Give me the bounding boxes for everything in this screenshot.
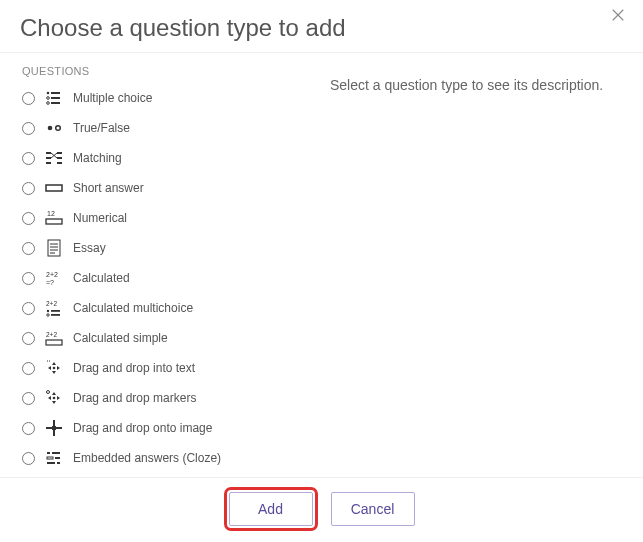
qtype-label: Numerical (73, 211, 302, 225)
qtype-radio-ddmarker[interactable] (22, 392, 35, 405)
qtype-radio-calculatedmulti[interactable] (22, 302, 35, 315)
qtype-label: Embedded answers (Cloze) (73, 451, 302, 465)
qtype-radio-matching[interactable] (22, 152, 35, 165)
svg-rect-5 (51, 97, 60, 99)
qtype-radio-cloze[interactable] (22, 452, 35, 465)
ddwtos-icon (45, 359, 63, 377)
qtype-radio-shortanswer[interactable] (22, 182, 35, 195)
svg-text:=?: =? (46, 279, 54, 286)
qtype-label: Calculated simple (73, 331, 302, 345)
qtype-option-essay[interactable]: Essay (0, 233, 310, 263)
shortanswer-icon (45, 179, 63, 197)
calculatedsimple-icon: 2+2 (45, 329, 63, 347)
qtype-label: Calculated multichoice (73, 301, 302, 315)
svg-point-8 (48, 126, 53, 131)
svg-point-9 (56, 126, 61, 131)
qtype-option-multichoice[interactable]: Multiple choice (0, 83, 310, 113)
qtype-option-calculated[interactable]: 2+2=?Calculated (0, 263, 310, 293)
svg-rect-10 (46, 152, 51, 154)
qtype-option-matching[interactable]: Matching (0, 143, 310, 173)
qtype-radio-ddimageortext[interactable] (22, 422, 35, 435)
svg-rect-32 (51, 314, 60, 316)
qtype-label: Calculated (73, 271, 302, 285)
svg-rect-3 (51, 92, 60, 94)
qtype-option-ddimageortext[interactable]: Drag and drop onto image (0, 413, 310, 443)
close-icon (609, 6, 633, 24)
svg-rect-15 (57, 162, 62, 164)
calculatedmulti-icon: 2+2 (45, 299, 63, 317)
matching-icon (45, 149, 63, 167)
svg-rect-12 (46, 157, 51, 159)
qtype-radio-calculated[interactable] (22, 272, 35, 285)
qtype-option-ddmarker[interactable]: Drag and drop markers (0, 383, 310, 413)
qtype-label: Matching (73, 151, 302, 165)
qtype-option-calculatedsimple[interactable]: 2+2Calculated simple (0, 323, 310, 353)
svg-rect-34 (46, 340, 62, 345)
essay-icon (45, 239, 63, 257)
svg-text:12: 12 (47, 210, 55, 217)
dialog-title: Choose a question type to add (20, 14, 623, 42)
svg-point-37 (53, 397, 56, 400)
svg-rect-11 (57, 152, 62, 154)
description-pane: Select a question type to see its descri… (310, 53, 643, 477)
svg-rect-42 (47, 452, 50, 454)
cancel-button[interactable]: Cancel (331, 492, 415, 526)
svg-text:2+2: 2+2 (46, 271, 58, 278)
svg-rect-18 (46, 185, 62, 191)
qtype-label: Essay (73, 241, 302, 255)
svg-point-6 (47, 102, 50, 105)
svg-rect-14 (46, 162, 51, 164)
svg-text:2+2: 2+2 (46, 300, 57, 307)
truefalse-icon (45, 119, 63, 137)
qtype-label: Drag and drop markers (73, 391, 302, 405)
svg-text:2+2: 2+2 (46, 331, 57, 338)
dialog-body: QUESTIONS Multiple choiceTrue/FalseMatch… (0, 52, 643, 477)
svg-point-35 (53, 367, 56, 370)
qtype-label: Multiple choice (73, 91, 302, 105)
svg-rect-7 (51, 102, 60, 104)
qtype-radio-ddwtos[interactable] (22, 362, 35, 375)
description-placeholder: Select a question type to see its descri… (330, 77, 623, 93)
qtype-option-ddwtos[interactable]: Drag and drop into text (0, 353, 310, 383)
ddimageortext-icon (45, 419, 63, 437)
add-button[interactable]: Add (229, 492, 313, 526)
svg-point-38 (47, 391, 50, 394)
qtype-radio-numerical[interactable] (22, 212, 35, 225)
numerical-icon: 12 (45, 209, 63, 227)
qtype-option-shortanswer[interactable]: Short answer (0, 173, 310, 203)
qtype-radio-essay[interactable] (22, 242, 35, 255)
qtype-option-calculatedmulti[interactable]: 2+2Calculated multichoice (0, 293, 310, 323)
svg-rect-20 (46, 219, 62, 224)
svg-rect-47 (57, 462, 60, 464)
svg-rect-44 (47, 457, 53, 459)
ddmarker-icon (45, 389, 63, 407)
qtype-option-truefalse[interactable]: True/False (0, 113, 310, 143)
svg-point-4 (47, 97, 50, 100)
qtype-label: True/False (73, 121, 302, 135)
question-type-list-pane: QUESTIONS Multiple choiceTrue/FalseMatch… (0, 53, 310, 477)
qtype-radio-calculatedsimple[interactable] (22, 332, 35, 345)
qtype-option-numerical[interactable]: 12Numerical (0, 203, 310, 233)
svg-rect-45 (55, 457, 60, 459)
svg-rect-21 (48, 240, 60, 256)
questions-section-label: QUESTIONS (0, 61, 310, 83)
qtype-option-cloze[interactable]: Embedded answers (Cloze) (0, 443, 310, 473)
qtype-label: Short answer (73, 181, 302, 195)
svg-point-31 (47, 314, 49, 316)
multichoice-icon (45, 89, 63, 107)
svg-rect-41 (52, 426, 56, 430)
dialog-header: Choose a question type to add (0, 0, 643, 52)
svg-rect-30 (51, 310, 60, 312)
svg-rect-43 (52, 452, 60, 454)
qtype-label: Drag and drop into text (73, 361, 302, 375)
close-button[interactable] (609, 6, 633, 30)
question-chooser-dialog: Choose a question type to add QUESTIONS … (0, 0, 643, 542)
qtype-radio-multichoice[interactable] (22, 92, 35, 105)
svg-rect-46 (47, 462, 55, 464)
svg-point-2 (47, 92, 50, 95)
question-type-scroll[interactable]: QUESTIONS Multiple choiceTrue/FalseMatch… (0, 53, 310, 477)
qtype-radio-truefalse[interactable] (22, 122, 35, 135)
calculated-icon: 2+2=? (45, 269, 63, 287)
svg-point-29 (47, 310, 49, 312)
dialog-footer: Add Cancel (0, 477, 643, 542)
